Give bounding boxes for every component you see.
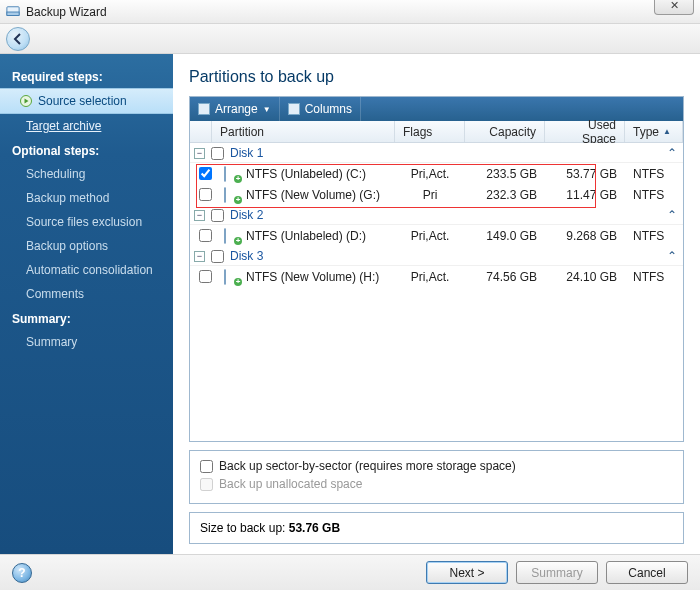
disk-group[interactable]: − Disk 3 ⌃ [190,246,683,266]
sidebar-heading-optional: Optional steps: [0,138,173,162]
partition-capacity: 74.56 GB [465,270,545,284]
col-used[interactable]: Used Space [545,121,625,142]
partition-used: 11.47 GB [545,188,625,202]
sidebar-item-method[interactable]: Backup method [0,186,173,210]
help-button[interactable]: ? [12,563,32,583]
sidebar-item-label: Comments [26,287,84,301]
sidebar: Required steps: Source selection Target … [0,54,173,554]
next-button[interactable]: Next > [426,561,508,584]
partition-capacity: 149.0 GB [465,229,545,243]
toolbar [0,24,700,54]
partition-name: NTFS (New Volume) (G:) [246,188,380,202]
partition-row[interactable]: + NTFS (Unlabeled) (D:) Pri,Act. 149.0 G… [190,225,683,246]
disk-checkbox[interactable] [211,209,224,222]
col-check[interactable] [190,121,212,142]
sector-label: Back up sector-by-sector (requires more … [219,459,516,473]
unallocated-label: Back up unallocated space [219,477,362,491]
partition-flags: Pri,Act. [395,167,465,181]
chevron-up-icon[interactable]: ⌃ [667,146,677,160]
partition-checkbox[interactable] [199,229,212,242]
partition-type: NTFS [625,188,683,202]
sidebar-item-label: Summary [26,335,77,349]
col-type[interactable]: Type▲ [625,121,683,142]
sidebar-item-consolidation[interactable]: Automatic consolidation [0,258,173,282]
partition-flags: Pri [395,188,465,202]
partition-row[interactable]: + NTFS (New Volume) (G:) Pri 232.3 GB 11… [190,184,683,205]
sidebar-item-label: Scheduling [26,167,85,181]
col-capacity[interactable]: Capacity [465,121,545,142]
back-button[interactable] [6,27,30,51]
columns-icon [288,103,300,115]
sidebar-item-comments[interactable]: Comments [0,282,173,306]
partition-row[interactable]: + NTFS (New Volume) (H:) Pri,Act. 74.56 … [190,266,683,287]
sidebar-item-scheduling[interactable]: Scheduling [0,162,173,186]
app-icon [6,5,20,19]
sidebar-heading-summary: Summary: [0,306,173,330]
partition-row[interactable]: + NTFS (Unlabeled) (C:) Pri,Act. 233.5 G… [190,163,683,184]
sidebar-heading-required: Required steps: [0,64,173,88]
columns-button[interactable]: Columns [280,97,361,121]
disk-group[interactable]: − Disk 2 ⌃ [190,205,683,225]
sector-checkbox-row[interactable]: Back up sector-by-sector (requires more … [200,459,673,473]
disk-checkbox[interactable] [211,147,224,160]
disk-label[interactable]: Disk 1 [230,146,263,160]
size-label: Size to back up: [200,521,285,535]
disk-checkbox[interactable] [211,250,224,263]
partition-checkbox[interactable] [199,188,212,201]
page-title: Partitions to back up [189,68,684,86]
rows-container: − Disk 1 ⌃ + NTFS (Unlabeled) (C:) Pri,A… [190,143,683,441]
disk-label[interactable]: Disk 3 [230,249,263,263]
sidebar-item-target[interactable]: Target archive [0,114,173,138]
partition-icon: + [224,167,240,181]
partition-name: NTFS (Unlabeled) (C:) [246,167,366,181]
partition-type: NTFS [625,270,683,284]
columns-label: Columns [305,102,352,116]
cancel-button[interactable]: Cancel [606,561,688,584]
sidebar-item-label: Backup options [26,239,108,253]
col-flags[interactable]: Flags [395,121,465,142]
chevron-up-icon[interactable]: ⌃ [667,249,677,263]
options-panel: Back up sector-by-sector (requires more … [189,450,684,504]
sidebar-item-label: Target archive [26,119,101,133]
collapse-icon[interactable]: − [194,148,205,159]
sidebar-item-label: Backup method [26,191,109,205]
partition-capacity: 233.5 GB [465,167,545,181]
sidebar-item-source[interactable]: Source selection [0,88,173,114]
disk-label[interactable]: Disk 2 [230,208,263,222]
size-value: 53.76 GB [289,521,340,535]
partition-icon: + [224,229,240,243]
sidebar-item-label: Automatic consolidation [26,263,153,277]
sidebar-item-summary[interactable]: Summary [0,330,173,354]
window-title: Backup Wizard [26,5,107,19]
partition-checkbox[interactable] [199,270,212,283]
partition-used: 24.10 GB [545,270,625,284]
collapse-icon[interactable]: − [194,251,205,262]
col-partition[interactable]: Partition [212,121,395,142]
disk-group[interactable]: − Disk 1 ⌃ [190,143,683,163]
unallocated-checkbox [200,478,213,491]
arrow-left-icon [12,33,24,45]
partition-icon: + [224,188,240,202]
sidebar-item-exclusion[interactable]: Source files exclusion [0,210,173,234]
arrange-icon [198,103,210,115]
column-headers: Partition Flags Capacity Used Space Type… [190,121,683,143]
partition-type: NTFS [625,229,683,243]
footer: ? Next > Summary Cancel [0,554,700,590]
sector-checkbox[interactable] [200,460,213,473]
sort-asc-icon: ▲ [663,127,671,136]
partition-capacity: 232.3 GB [465,188,545,202]
summary-button[interactable]: Summary [516,561,598,584]
sidebar-item-options[interactable]: Backup options [0,234,173,258]
close-button[interactable]: ✕ [654,0,694,15]
collapse-icon[interactable]: − [194,210,205,221]
size-panel: Size to back up: 53.76 GB [189,512,684,544]
partition-flags: Pri,Act. [395,270,465,284]
partition-checkbox[interactable] [199,167,212,180]
svg-rect-1 [7,12,19,16]
partition-list: Arrange ▼ Columns Partition Flags Capaci… [189,96,684,442]
partition-name: NTFS (Unlabeled) (D:) [246,229,366,243]
arrange-button[interactable]: Arrange ▼ [190,97,280,121]
titlebar: Backup Wizard ✕ [0,0,700,24]
unallocated-checkbox-row: Back up unallocated space [200,477,673,491]
chevron-up-icon[interactable]: ⌃ [667,208,677,222]
